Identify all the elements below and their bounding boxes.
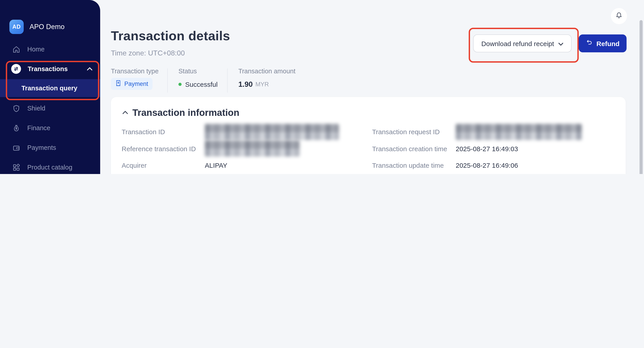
download-button-label: Download refund receipt <box>481 40 554 47</box>
sidebar-item-home[interactable]: Home <box>0 40 100 58</box>
transaction-type-value: Payment <box>124 80 148 87</box>
refund-icon <box>586 39 592 48</box>
sidebar-subitem-label: Transaction query <box>22 84 77 92</box>
timezone-label: Time zone: UTC+08:00 <box>111 49 185 57</box>
transaction-information-grid: Transaction ID Transaction request ID Re… <box>122 124 615 174</box>
app-name: APO Demo <box>30 23 64 31</box>
sidebar-item-payments[interactable]: Payments <box>0 139 100 156</box>
field-label: Transaction creation time <box>372 145 456 152</box>
field-label: Reference transaction ID <box>122 145 205 152</box>
redacted-value-block <box>456 124 582 140</box>
sidebar-item-label: Payments <box>27 144 56 151</box>
page-title: Transaction details <box>111 29 230 44</box>
receipt-icon <box>116 80 121 88</box>
transactions-icon <box>11 64 21 74</box>
sidebar-item-finance[interactable]: Finance <box>0 119 100 137</box>
home-icon <box>12 45 20 54</box>
sidebar-item-transactions[interactable]: Transactions <box>0 60 100 78</box>
field-value: 2025-08-27 16:49:03 <box>456 145 615 152</box>
summary-status-value: Successful <box>178 80 218 88</box>
refund-button-label: Refund <box>596 40 620 47</box>
transaction-information-title: Transaction information <box>132 107 239 118</box>
transaction-type-badge: Payment <box>111 78 153 90</box>
download-refund-receipt-button[interactable]: Download refund receipt <box>473 34 572 52</box>
app-logo: AD <box>10 20 24 34</box>
summary-status-label: Status <box>178 68 197 75</box>
summary-divider <box>227 68 228 92</box>
field-label: Acquirer <box>122 162 205 169</box>
product-catalog-icon <box>12 163 20 172</box>
refund-button[interactable]: Refund <box>579 34 626 52</box>
field-value: 2025-08-27 16:49:06 <box>456 162 615 169</box>
finance-icon <box>12 124 20 132</box>
field-value-redacted <box>205 141 372 157</box>
shield-icon <box>12 104 20 112</box>
brand: AD APO Demo <box>10 20 64 34</box>
field-label: Transaction request ID <box>372 128 456 136</box>
collapse-transaction-information-button[interactable] <box>122 110 128 114</box>
redacted-value-block <box>205 124 339 140</box>
summary-amount-label: Transaction amount <box>238 68 296 75</box>
status-dot-green <box>178 83 182 86</box>
notification-bell-button[interactable] <box>611 8 627 24</box>
field-value-redacted <box>205 124 372 140</box>
summary-type-label: Transaction type <box>111 68 158 75</box>
sidebar-item-shield[interactable]: Shield <box>0 99 100 117</box>
chevron-up-icon <box>87 67 92 71</box>
sidebar-item-label: Home <box>27 46 44 53</box>
sidebar-item-label: Finance <box>27 124 50 132</box>
field-label: Transaction ID <box>122 128 205 136</box>
chevron-down-icon <box>558 40 564 47</box>
field-value-redacted <box>456 124 615 140</box>
page-vertical-scrollbar[interactable] <box>640 20 643 174</box>
bell-icon <box>615 11 623 21</box>
field-label: Transaction update time <box>372 162 456 169</box>
sidebar-item-transaction-query[interactable]: Transaction query <box>0 79 100 97</box>
summary-amount-value: 1.90 MYR <box>238 80 269 88</box>
payments-icon <box>12 143 20 152</box>
field-value: ALIPAY <box>205 162 372 169</box>
sidebar-item-product-catalog[interactable]: Product catalog <box>0 158 100 174</box>
sidebar-item-label: Product catalog <box>27 164 72 171</box>
app-viewport: AD APO Demo Home Transactions Transactio… <box>0 0 644 174</box>
summary-divider <box>167 68 168 92</box>
sidebar-item-label: Shield <box>27 105 46 112</box>
sidebar-item-label: Transactions <box>28 65 68 72</box>
redacted-value-block <box>205 141 300 157</box>
sidebar: AD APO Demo Home Transactions Transactio… <box>0 0 100 174</box>
